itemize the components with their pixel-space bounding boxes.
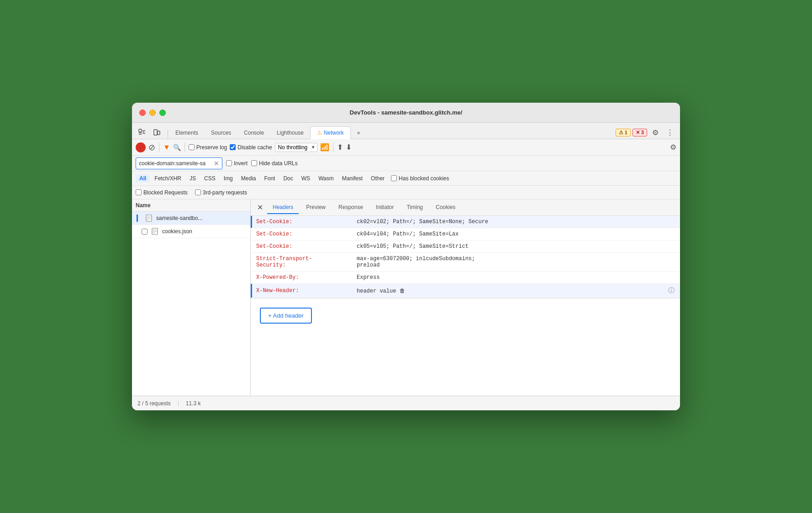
detail-tabs: ✕ Headers Preview Response Initiator Tim…: [251, 199, 680, 216]
disable-cache-checkbox[interactable]: [230, 144, 236, 150]
separator: [159, 143, 159, 152]
header-value: ck02=vl02; Path=/; SameSite=None; Secure: [357, 219, 675, 225]
wifi-icon[interactable]: 📶: [320, 143, 329, 152]
tab-console[interactable]: Console: [237, 127, 270, 139]
hide-urls-checkbox[interactable]: [251, 160, 257, 166]
network-toolbar: ⊘ ▼ 🔍 Preserve log Disable cache No thro…: [132, 139, 680, 156]
warning-badge[interactable]: ⚠ 1: [616, 129, 631, 136]
third-party-checkbox[interactable]: [195, 189, 201, 195]
preserve-log-label[interactable]: Preserve log: [189, 144, 227, 151]
tab-badges: ⚠ 1 ✕ 3 ⚙ ⋮: [616, 126, 676, 139]
separator: [185, 143, 185, 152]
network-tab-label: ⚠ Network: [317, 130, 344, 136]
download-icon[interactable]: ⬇: [346, 143, 352, 152]
maximize-button[interactable]: [159, 110, 166, 116]
has-blocked-cookies-checkbox[interactable]: [391, 175, 397, 181]
invert-label[interactable]: Invert: [226, 160, 248, 167]
type-btn-other[interactable]: Other: [367, 174, 388, 183]
throttle-select[interactable]: No throttling Fast 3G Slow 3G Offline: [275, 143, 317, 152]
type-btn-manifest[interactable]: Manifest: [338, 174, 366, 183]
document-icon: [151, 228, 158, 235]
detail-panel: ✕ Headers Preview Response Initiator Tim…: [251, 199, 680, 396]
tab-lighthouse[interactable]: Lighthouse: [270, 127, 310, 139]
filter-input[interactable]: [139, 160, 212, 167]
minimize-button[interactable]: [149, 110, 156, 116]
file-item[interactable]: cookies.json: [132, 225, 250, 238]
type-btn-media[interactable]: Media: [237, 174, 260, 183]
tab-response[interactable]: Response: [333, 201, 369, 214]
info-icon[interactable]: ⓘ: [668, 287, 675, 295]
more-icon[interactable]: ⋮: [664, 126, 676, 139]
devtools-window: DevTools - samesite-sandbox.glitch.me/: [132, 103, 680, 410]
type-btn-font[interactable]: Font: [260, 174, 279, 183]
type-btn-doc[interactable]: Doc: [279, 174, 296, 183]
header-name: Set-Cookie:: [256, 243, 357, 250]
header-name: Strict-Transport-Security:: [256, 256, 357, 268]
transfer-size: 11.3 k: [186, 400, 201, 407]
header-name: X-New-Header:: [256, 288, 357, 294]
type-filter-bar: All Fetch/XHR JS CSS Img Media Font Doc …: [132, 171, 680, 186]
file-item[interactable]: samesite-sandbo...: [132, 212, 250, 225]
tab-headers[interactable]: Headers: [267, 201, 299, 214]
svg-rect-7: [158, 131, 160, 135]
header-row: X-Powered-By: Express: [251, 272, 680, 284]
svg-rect-6: [154, 130, 157, 135]
tab-timing[interactable]: Timing: [401, 201, 428, 214]
header-row: Set-Cookie: ck02=vl02; Path=/; SameSite=…: [251, 216, 680, 228]
clear-button[interactable]: ⊘: [148, 143, 155, 152]
hide-urls-label[interactable]: Hide data URLs: [251, 160, 298, 167]
tab-elements[interactable]: Elements: [169, 127, 205, 139]
header-value: ck05=vl05; Path=/; SameSite=Strict: [357, 243, 675, 250]
disable-cache-label[interactable]: Disable cache: [230, 144, 272, 151]
settings-icon[interactable]: ⚙: [649, 126, 662, 139]
status-bar: 2 / 5 requests 11.3 k: [132, 396, 680, 410]
preserve-log-checkbox[interactable]: [189, 144, 195, 150]
headers-content: Set-Cookie: ck02=vl02; Path=/; SameSite=…: [251, 216, 680, 333]
type-btn-css[interactable]: CSS: [200, 174, 219, 183]
file-item-checkbox[interactable]: [142, 229, 148, 235]
type-btn-all[interactable]: All: [136, 174, 150, 183]
header-name: Set-Cookie:: [256, 231, 357, 237]
search-icon[interactable]: 🔍: [173, 144, 181, 151]
record-button[interactable]: [136, 142, 146, 152]
has-blocked-cookies-label[interactable]: Has blocked cookies: [391, 175, 449, 182]
type-btn-ws[interactable]: WS: [298, 174, 314, 183]
traffic-lights: [139, 110, 166, 116]
tab-cookies[interactable]: Cookies: [430, 201, 461, 214]
close-button[interactable]: [139, 110, 146, 116]
tab-preview[interactable]: Preview: [301, 201, 331, 214]
throttle-wrapper: No throttling Fast 3G Slow 3G Offline ▼: [275, 143, 317, 152]
inspector-icon[interactable]: [136, 126, 148, 139]
file-item-name: cookies.json: [162, 228, 192, 235]
invert-checkbox[interactable]: [226, 160, 232, 166]
add-header-button[interactable]: + Add header: [260, 308, 312, 324]
type-btn-img[interactable]: Img: [220, 174, 237, 183]
blocked-requests-label[interactable]: Blocked Requests: [136, 189, 188, 196]
third-party-label[interactable]: 3rd-party requests: [195, 189, 247, 196]
header-row: X-New-Header: header value 🗑 ⓘ: [251, 284, 680, 298]
type-btn-wasm[interactable]: Wasm: [315, 174, 337, 183]
device-toolbar-icon[interactable]: [150, 126, 163, 139]
detail-close-button[interactable]: ✕: [254, 202, 265, 213]
warning-icon: ⚠: [317, 130, 322, 136]
network-settings-icon[interactable]: ⚙: [670, 143, 676, 152]
type-btn-fetch-xhr[interactable]: Fetch/XHR: [151, 174, 185, 183]
blocked-requests-checkbox[interactable]: [136, 189, 142, 195]
filter-bar: ✕ Invert Hide data URLs: [132, 156, 680, 171]
separator: [168, 130, 168, 139]
upload-icon[interactable]: ⬆: [337, 143, 343, 152]
tab-network[interactable]: ⚠ Network: [310, 126, 351, 139]
tab-more[interactable]: »: [351, 127, 367, 139]
filter-icon[interactable]: ▼: [163, 143, 170, 152]
titlebar: DevTools - samesite-sandbox.glitch.me/: [132, 103, 680, 123]
request-count: 2 / 5 requests: [137, 400, 171, 407]
file-item-inner: samesite-sandbo...: [145, 215, 246, 222]
tab-initiator[interactable]: Initiator: [370, 201, 399, 214]
filter-clear-button[interactable]: ✕: [214, 160, 219, 167]
delete-header-icon[interactable]: 🗑: [400, 288, 405, 294]
svg-rect-0: [139, 129, 142, 132]
type-btn-js[interactable]: JS: [186, 174, 200, 183]
tab-sources[interactable]: Sources: [205, 127, 237, 139]
header-value: header value 🗑: [357, 288, 668, 294]
error-badge[interactable]: ✕ 3: [633, 129, 647, 136]
